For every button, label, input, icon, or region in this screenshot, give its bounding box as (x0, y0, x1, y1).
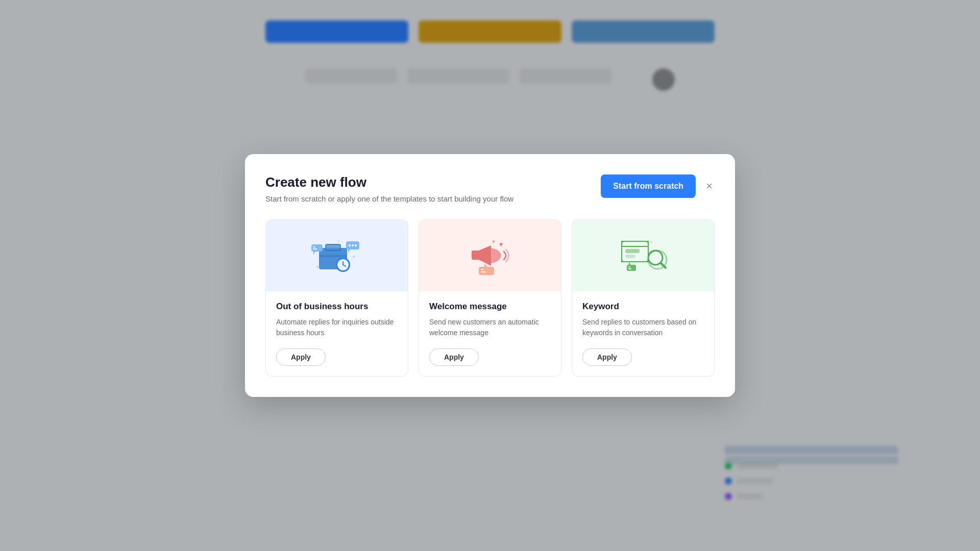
card-body-welcome: Welcome message Send new customers an au… (419, 291, 561, 376)
close-modal-button[interactable]: × (704, 179, 715, 194)
card-keyword: × Keyword Send replies to customers base… (572, 219, 715, 377)
business-hours-icon: × (306, 230, 368, 281)
svg-text:×: × (337, 239, 340, 243)
card-welcome-message: ♥ ♥ Welcome message Send new customers a… (419, 219, 561, 377)
svg-rect-24 (481, 269, 484, 270)
svg-marker-23 (484, 264, 487, 267)
create-flow-modal: Create new flow Start from scratch or ap… (245, 154, 735, 397)
welcome-message-icon: ♥ ♥ (459, 230, 521, 281)
template-cards-grid: × Out of business hours Automate replies… (265, 219, 715, 377)
card-desc-business: Automate replies for inquiries outside b… (276, 317, 398, 338)
card-body-business: Out of business hours Automate replies f… (266, 291, 408, 376)
svg-rect-29 (625, 255, 635, 258)
modal-subtitle: Start from scratch or apply one of the t… (265, 194, 513, 203)
svg-rect-1 (326, 244, 340, 251)
modal-title: Create new flow (265, 174, 513, 190)
svg-text:♥: ♥ (492, 239, 495, 244)
start-from-scratch-button[interactable]: Start from scratch (601, 174, 696, 198)
apply-button-welcome[interactable]: Apply (429, 348, 479, 366)
svg-point-11 (355, 244, 357, 246)
svg-point-9 (349, 244, 351, 246)
svg-point-16 (316, 266, 318, 268)
card-desc-welcome: Send new customers an automatic welcome … (429, 317, 551, 338)
modal-wrapper: Create new flow Start from scratch or ap… (0, 0, 980, 551)
svg-marker-8 (348, 249, 350, 253)
svg-text:♥: ♥ (499, 241, 503, 248)
svg-rect-19 (472, 251, 480, 260)
modal-header-actions: Start from scratch × (601, 174, 715, 198)
svg-rect-33 (628, 268, 631, 269)
modal-title-area: Create new flow Start from scratch or ap… (265, 174, 513, 203)
keyword-icon: × (612, 230, 674, 281)
card-illustration-business: × (266, 220, 408, 291)
card-title-welcome: Welcome message (429, 302, 551, 312)
svg-marker-4 (313, 252, 315, 255)
apply-button-business[interactable]: Apply (276, 348, 326, 366)
svg-rect-32 (628, 266, 630, 267)
svg-rect-2 (319, 255, 347, 257)
card-desc-keyword: Send replies to customers based on keywo… (582, 317, 704, 338)
svg-rect-25 (481, 271, 486, 272)
card-title-business: Out of business hours (276, 302, 398, 312)
svg-rect-5 (313, 246, 315, 247)
svg-rect-28 (625, 249, 640, 253)
svg-rect-30 (627, 265, 636, 271)
svg-rect-22 (479, 267, 494, 275)
apply-button-keyword[interactable]: Apply (582, 348, 632, 366)
card-illustration-keyword: × (572, 220, 714, 291)
card-body-keyword: Keyword Send replies to customers based … (572, 291, 714, 376)
svg-point-17 (353, 256, 355, 258)
card-illustration-welcome: ♥ ♥ (419, 220, 561, 291)
card-out-of-business: × Out of business hours Automate replies… (265, 219, 408, 377)
card-title-keyword: Keyword (582, 302, 704, 312)
svg-point-10 (352, 244, 354, 246)
svg-rect-6 (313, 248, 317, 249)
svg-rect-3 (311, 244, 323, 252)
svg-text:×: × (650, 240, 653, 244)
modal-header: Create new flow Start from scratch or ap… (265, 174, 715, 203)
